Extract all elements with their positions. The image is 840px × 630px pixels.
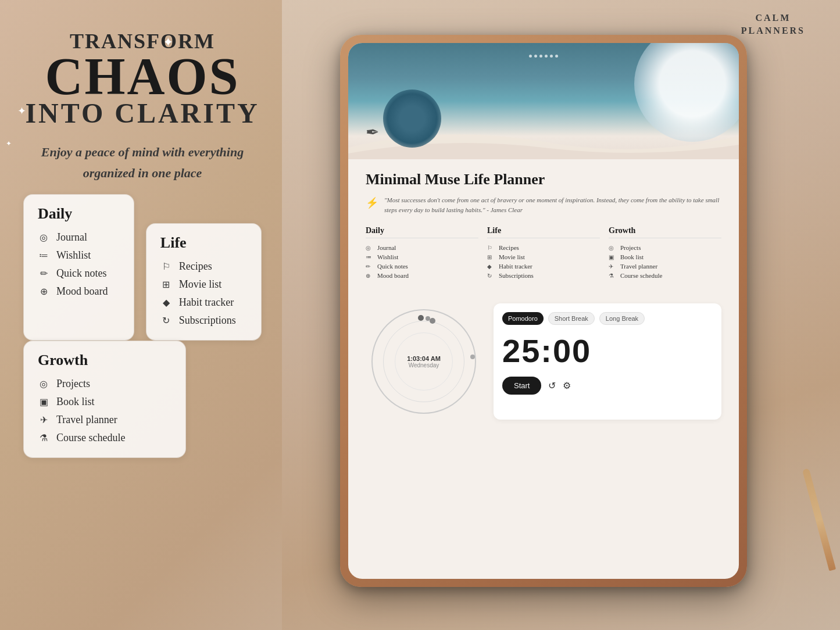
tablet-nav-moodboard-label: Mood board [377,272,409,279]
tablet-nav-subscriptions[interactable]: ↻ Subscriptions [487,271,600,280]
tablet-nav-habittracker[interactable]: ◆ Habit tracker [487,262,600,271]
tablet-nav-projects[interactable]: ◎ Projects [609,243,721,252]
tablet-wishlist-icon: ≔ [366,254,374,260]
tablet-subscriptions-icon: ↻ [487,273,495,279]
growth-item-courseschedule[interactable]: ⚗ Course schedule [38,429,171,447]
tablet-nav-moodboard[interactable]: ⊕ Mood board [366,271,478,280]
life-label-subscriptions: Subscriptions [179,314,236,327]
daily-label-quicknotes: Quick notes [56,267,106,280]
life-item-recipes[interactable]: ⚐ Recipes [160,257,247,275]
movielist-icon: ⊞ [160,279,172,290]
tablet-nav-booklist[interactable]: ▣ Book list [609,252,721,262]
tablet-nav-movielist[interactable]: ⊞ Movie list [487,252,600,262]
planner-title: Minimal Muse Life Planner [366,171,721,188]
tablet-nav-courseschedule[interactable]: ⚗ Course schedule [609,271,721,280]
tagline: Enjoy a peace of mind with everything or… [23,141,262,182]
daily-item-moodboard[interactable]: ⊕ Mood board [38,282,120,300]
growth-item-projects[interactable]: ◎ Projects [38,375,171,393]
tablet-nav-recipes-label: Recipes [499,244,519,251]
timer-tabs: Pomodoro Short Break Long Break [502,312,713,325]
tablet-nav-movielist-label: Movie list [499,253,525,260]
life-item-subscriptions[interactable]: ↻ Subscriptions [160,312,247,330]
life-item-movielist[interactable]: ⊞ Movie list [160,275,247,293]
tab-short-break[interactable]: Short Break [548,312,595,325]
tablet-nav-journal[interactable]: ◎ Journal [366,243,478,252]
tablet-recipes-icon: ⚐ [487,245,495,251]
subscriptions-icon: ↻ [160,315,172,326]
left-panel: ✦ ✦ ✦ ✦ TRANSFORM CHAOS INTO CLARITY Enj… [0,0,285,630]
projects-icon: ◎ [38,378,49,389]
tablet-nav-recipes[interactable]: ⚐ Recipes [487,243,600,252]
tablet-device: ✒ Minimal Muse Life Planner ⚡ "Most succ… [340,35,747,587]
growth-card-title: Growth [38,352,171,369]
tablet-travelplanner-icon: ✈ [609,263,617,270]
right-panel: CALM PLANNERS [282,0,840,630]
tagline-line1: Enjoy a peace of mind with everything [23,144,262,162]
tagline-line2: organized in one place [23,164,262,182]
timer-settings-icon[interactable]: ⚙ [563,380,571,391]
tablet-courseschedule-icon: ⚗ [609,273,617,279]
moodboard-icon: ⊕ [38,286,49,297]
tablet-nav-subscriptions-label: Subscriptions [499,272,534,279]
timer-reset-icon[interactable]: ↺ [548,380,556,391]
tablet-nav-life-title: Life [487,226,600,238]
sparkle-icon-4: ✦ [6,139,12,148]
recipes-icon: ⚐ [160,261,172,272]
growth-item-booklist[interactable]: ▣ Book list [38,393,171,411]
daily-item-journal[interactable]: ◎ Journal [38,228,120,246]
daily-label-moodboard: Mood board [56,285,108,298]
tablet-habittracker-icon: ◆ [487,263,495,270]
tablet-content: Minimal Muse Life Planner ⚡ "Most succes… [348,159,739,303]
growth-card: Growth ◎ Projects ▣ Book list ✈ Travel p… [23,341,186,458]
tablet-nav-growth-title: Growth [609,226,721,238]
life-item-habittracker[interactable]: ◆ Habit tracker [160,293,247,312]
daily-label-wishlist: Wishlist [56,249,91,262]
timer-controls: Start ↺ ⚙ [502,377,713,395]
journal-icon: ◎ [38,232,49,243]
header-dot-2 [534,55,537,58]
tablet-booklist-icon: ▣ [609,254,617,260]
top-cards-row: Daily ◎ Journal ≔ Wishlist ✏ Quick notes… [23,194,262,341]
timer-start-button[interactable]: Start [502,377,541,395]
header-dot-4 [545,55,548,58]
clock-section: 1:03:04 AM Wednesday [366,303,482,420]
tablet-nav-quicknotes[interactable]: ✏ Quick notes [366,262,478,271]
life-label-recipes: Recipes [179,260,212,273]
tablet-nav-journal-label: Journal [377,244,396,251]
timer-display: 25:00 [502,332,713,370]
quote-text: "Most successes don't come from one act … [384,195,721,214]
brand-logo: CALM PLANNERS [741,12,805,38]
tablet-nav: Daily ◎ Journal ≔ Wishlist ✏ Quick notes [366,226,721,280]
life-label-habittracker: Habit tracker [179,296,234,309]
growth-label-booklist: Book list [56,396,95,408]
tablet-moodboard-icon: ⊕ [366,273,374,279]
tablet-header-image: ✒ [348,43,739,159]
life-card-title: Life [160,234,247,252]
daily-item-quicknotes[interactable]: ✏ Quick notes [38,264,120,282]
wishlist-icon: ≔ [38,250,49,261]
courseschedule-icon: ⚗ [38,432,49,443]
tablet-nav-travelplanner[interactable]: ✈ Travel planner [609,262,721,271]
growth-item-travelplanner[interactable]: ✈ Travel planner [38,411,171,429]
header-dot-3 [539,55,542,58]
life-label-movielist: Movie list [179,278,222,291]
travelplanner-icon: ✈ [38,414,49,425]
tablet-nav-daily-title: Daily [366,226,478,238]
header-dot-5 [550,55,553,58]
tab-pomodoro[interactable]: Pomodoro [502,312,544,325]
quote-lightning-icon: ⚡ [366,196,378,209]
header-circle-small [383,90,441,148]
tablet-nav-life: Life ⚐ Recipes ⊞ Movie list ◆ Habit trac… [487,226,600,280]
daily-card: Daily ◎ Journal ≔ Wishlist ✏ Quick notes… [23,194,134,341]
quicknotes-icon: ✏ [38,268,49,279]
pen-icon: ✒ [366,123,379,142]
tablet-quicknotes-icon: ✏ [366,263,374,270]
tab-long-break[interactable]: Long Break [599,312,645,325]
tablet-nav-wishlist[interactable]: ≔ Wishlist [366,252,478,262]
daily-card-title: Daily [38,205,120,223]
clock-orbit-svg [366,303,482,420]
daily-item-wishlist[interactable]: ≔ Wishlist [38,246,120,264]
tablet-nav-projects-label: Projects [620,244,641,251]
tablet-movielist-icon: ⊞ [487,254,495,260]
quote-block: ⚡ "Most successes don't come from one ac… [366,195,721,214]
